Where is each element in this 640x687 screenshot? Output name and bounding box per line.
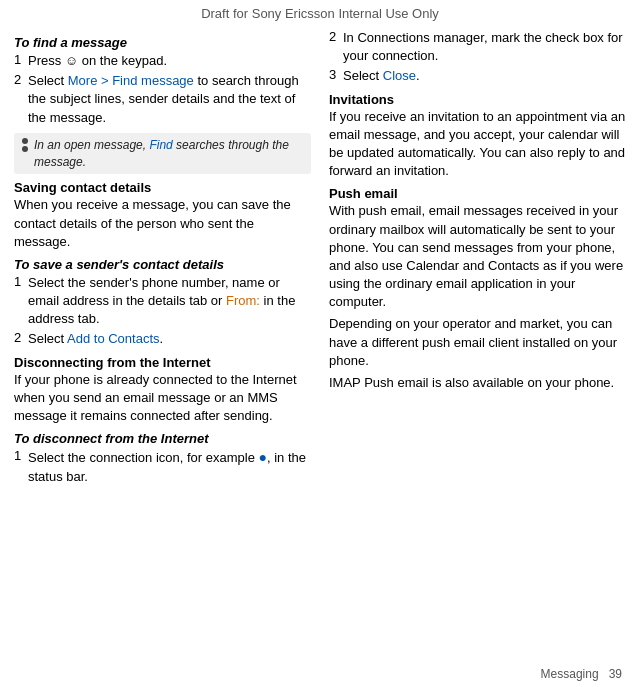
saving-contact-text: When you receive a message, you can save… — [14, 196, 311, 251]
step-text: Press ☺ on the keypad. — [28, 52, 167, 70]
invitations-heading: Invitations — [329, 92, 626, 107]
footer-area: Messaging 39 — [541, 667, 622, 681]
disconnect-step-1: 1 Select the connection icon, for exampl… — [14, 448, 311, 486]
push-email-text2: Depending on your operator and market, y… — [329, 315, 626, 370]
step-number: 3 — [329, 67, 343, 82]
note-icon — [22, 138, 28, 152]
more-find-link[interactable]: More > Find message — [68, 73, 194, 88]
find-link[interactable]: Find — [149, 138, 172, 152]
step-number: 2 — [329, 29, 343, 44]
save-step-2: 2 Select Add to Contacts. — [14, 330, 311, 348]
note-text: In an open message, Find searches throug… — [34, 137, 303, 171]
step-text: Select Add to Contacts. — [28, 330, 163, 348]
category-label: Messaging — [541, 667, 599, 681]
invitations-text: If you receive an invitation to an appoi… — [329, 108, 626, 181]
close-link[interactable]: Close — [383, 68, 416, 83]
connection-icon: ● — [259, 449, 267, 465]
find-step-2: 2 Select More > Find message to search t… — [14, 72, 311, 127]
disconnect-text: If your phone is already connected to th… — [14, 371, 311, 426]
note-box: In an open message, Find searches throug… — [14, 133, 311, 175]
push-email-text: With push email, email messages received… — [329, 202, 626, 311]
disconnect-steps-heading: To disconnect from the Internet — [14, 431, 311, 446]
step-number: 2 — [14, 72, 28, 87]
header: Draft for Sony Ericsson Internal Use Onl… — [0, 0, 640, 25]
from-link[interactable]: From: — [226, 293, 260, 308]
left-column: To find a message 1 Press ☺ on the keypa… — [14, 29, 315, 488]
step-text: Select Close. — [343, 67, 420, 85]
saving-contact-heading: Saving contact details — [14, 180, 311, 195]
step-text: Select More > Find message to search thr… — [28, 72, 311, 127]
step-text: In Connections manager, mark the check b… — [343, 29, 626, 65]
save-sender-heading: To save a sender's contact details — [14, 257, 311, 272]
right-step-2: 2 In Connections manager, mark the check… — [329, 29, 626, 65]
save-step-1: 1 Select the sender's phone number, name… — [14, 274, 311, 329]
note-dot-top — [22, 138, 28, 144]
right-step-3: 3 Select Close. — [329, 67, 626, 85]
step-number: 1 — [14, 52, 28, 67]
note-dot-bottom — [22, 146, 28, 152]
push-email-heading: Push email — [329, 186, 626, 201]
add-to-contacts-link[interactable]: Add to Contacts — [67, 331, 160, 346]
page-number-label: 39 — [609, 667, 622, 681]
step-number: 2 — [14, 330, 28, 345]
main-content: To find a message 1 Press ☺ on the keypa… — [0, 25, 640, 492]
step-text: Select the sender's phone number, name o… — [28, 274, 311, 329]
find-step-1: 1 Press ☺ on the keypad. — [14, 52, 311, 70]
step-number: 1 — [14, 448, 28, 463]
step-number: 1 — [14, 274, 28, 289]
imap-text: IMAP Push email is also available on you… — [329, 374, 626, 392]
step-text: Select the connection icon, for example … — [28, 448, 311, 486]
right-column: 2 In Connections manager, mark the check… — [325, 29, 626, 488]
find-message-heading: To find a message — [14, 35, 311, 50]
disconnect-heading: Disconnecting from the Internet — [14, 355, 311, 370]
